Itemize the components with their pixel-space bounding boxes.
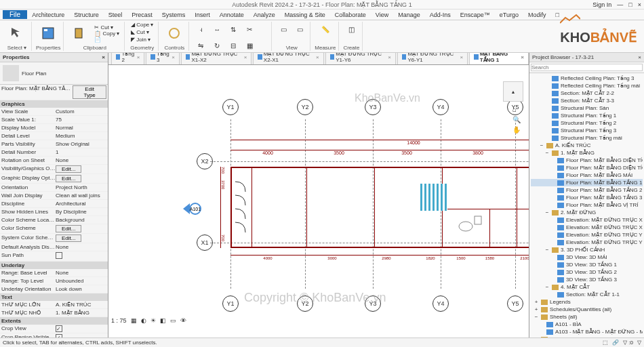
align-btn[interactable]: ⫞: [193, 22, 208, 37]
edit-btn[interactable]: Edit...: [56, 175, 81, 182]
tree-item[interactable]: Elevation: MẶT ĐỨNG TRỤC Y1-Y6: [531, 231, 643, 239]
tree-item[interactable]: Elevation: MẶT ĐỨNG TRỤC X1-X2: [531, 216, 643, 224]
grid-bubble[interactable]: Y4: [432, 99, 449, 115]
dimension[interactable]: 1580: [475, 255, 505, 260]
tree-item[interactable]: Floor Plan: MẶT BẰNG DIỆN TÍCH PHÒI: [531, 157, 643, 164]
tree-item[interactable]: Floor Plan: MẶT BẰNG VỊ TRÍ: [531, 201, 643, 209]
close-tab-icon[interactable]: ×: [244, 54, 247, 60]
offset-btn[interactable]: ⇅: [226, 22, 241, 37]
project-browser[interactable]: Project Browser - 17-3-21× Reflected Cei…: [529, 53, 644, 338]
menu-analyze[interactable]: Analyze: [249, 11, 280, 19]
tree-item[interactable]: −3. 3D PHỐI CẢNH: [531, 246, 643, 253]
array-btn[interactable]: ▦: [242, 38, 257, 53]
tree-item[interactable]: A103 - MẶT BẰNG - MẶT ĐỨNG - MẶT CẮT: [531, 328, 643, 335]
menu-enscape[interactable]: Enscape™: [456, 11, 495, 19]
mirror-btn[interactable]: ⇋: [193, 38, 208, 53]
tree-item[interactable]: Structural Plan: Tầng mái: [531, 134, 643, 142]
copy-btn[interactable]: 📋 Copy ▾: [92, 30, 121, 37]
menu-insert[interactable]: Insert: [190, 11, 215, 19]
tree-item[interactable]: −1. MẶT BẰNG: [531, 149, 643, 157]
view-tab[interactable]: MẶT ĐỨNG TRỤC X1-X2×: [181, 53, 251, 64]
edit-btn[interactable]: Edit...: [56, 225, 81, 232]
props-row[interactable]: Show Hidden LinesBy Discipline: [0, 208, 108, 216]
tree-item[interactable]: Structural Plan: Tầng 2: [531, 119, 643, 127]
props-row[interactable]: System Color SchemesEdit...: [0, 234, 108, 243]
tree-expand-icon[interactable]: −: [544, 150, 550, 156]
trim-btn[interactable]: ✂: [242, 22, 257, 37]
view-btn[interactable]: ▭: [276, 22, 291, 37]
dimension[interactable]: 3000: [305, 255, 359, 260]
edit-btn[interactable]: Edit...: [56, 234, 81, 242]
measure-btn[interactable]: 📏: [318, 22, 333, 37]
props-row[interactable]: DisciplineArchitectural: [0, 200, 108, 208]
menu-massingsite[interactable]: Massing & Site: [280, 11, 330, 19]
tree-item[interactable]: Floor Plan: MẶT BẰNG TẦNG 1: [531, 179, 643, 186]
close-panel-icon[interactable]: ×: [102, 54, 105, 60]
visual-style-icon[interactable]: ◐: [141, 317, 146, 324]
view-tab[interactable]: MẶT ĐỨNG TRỤC Y6-Y1×: [397, 53, 468, 64]
status-icon[interactable]: ⬚: [603, 340, 608, 346]
grid-bubble[interactable]: Y1: [222, 295, 239, 312]
props-row[interactable]: Rotation on SheetNone: [0, 157, 108, 165]
menu-manage[interactable]: Manage: [393, 11, 425, 19]
close-browser-icon[interactable]: ×: [638, 54, 641, 60]
menu-eturgo[interactable]: eTurgo: [495, 11, 523, 19]
hide-icon[interactable]: 👁: [180, 317, 186, 324]
tree-item[interactable]: −Sheets (all): [531, 313, 643, 321]
view-tab[interactable]: MẶT ĐỨNG TRỤC Y1-Y6×: [325, 53, 396, 64]
filter-icon[interactable]: ▽: [637, 340, 641, 346]
geo-cut-btn[interactable]: ◣ Cut ▾: [129, 29, 150, 35]
drawing-viewport[interactable]: Y1Y2Y3Y4Y5Y6 Y1Y2Y3Y4Y5Y6 X2 X1 X2 X1: [108, 65, 529, 325]
view-tab[interactable]: Tầng 3×: [146, 53, 179, 64]
props-row[interactable]: Display ModelNormal: [0, 124, 108, 132]
tree-item[interactable]: Floor Plan: MẶT BẰNG TẦNG 3: [531, 194, 643, 201]
menu-collaborate[interactable]: Collaborate: [330, 11, 371, 19]
tree-item[interactable]: Structural Plan: Tầng 1: [531, 112, 643, 119]
tree-expand-icon[interactable]: −: [544, 209, 550, 216]
menu-architecture[interactable]: Architecture: [27, 11, 69, 19]
modify-tool-btn[interactable]: [5, 22, 28, 45]
dimension[interactable]: 4000: [230, 150, 305, 155]
props-row[interactable]: Visibility/Graphics Over...Edit...: [0, 165, 108, 174]
sun-path-icon[interactable]: ☀: [150, 317, 156, 324]
type-selector[interactable]: Floor Plan: [0, 62, 108, 85]
crop-icon[interactable]: ▭: [170, 317, 176, 324]
tree-item[interactable]: +Legends: [531, 298, 643, 306]
menu-structure[interactable]: Structure: [69, 11, 104, 19]
props-section-text[interactable]: Text: [0, 293, 108, 301]
props-row[interactable]: Graphic Display OptionsEdit...: [0, 174, 108, 184]
tree-item[interactable]: +Schedules/Quantities (all): [531, 306, 643, 313]
cope-btn[interactable]: ◢ Cope ▾: [129, 22, 155, 28]
menu-view[interactable]: View: [371, 11, 393, 19]
props-row[interactable]: Color Scheme LocationBackground: [0, 216, 108, 224]
grid-bubble[interactable]: Y4: [432, 295, 449, 312]
tree-item[interactable]: Section: MẶT CẮT 1-1: [531, 291, 643, 298]
tree-expand-icon[interactable]: +: [534, 299, 539, 305]
tree-item[interactable]: A101 - BÌA: [531, 321, 643, 328]
props-row[interactable]: Scale Value 1:75: [0, 116, 108, 124]
viewcube[interactable]: ▲: [503, 81, 523, 102]
props-row[interactable]: THƯ MỤC LỚNA. KIẾN TRÚC: [0, 301, 108, 309]
tree-item[interactable]: Section: MẶT CẮT 3-3: [531, 97, 643, 104]
dimension[interactable]: 3800: [441, 150, 515, 155]
tree-item[interactable]: Floor Plan: MẶT BẰNG TẦNG 2: [531, 186, 643, 194]
dimension[interactable]: 3600: [515, 150, 529, 155]
create-btn[interactable]: ◫: [344, 22, 359, 37]
scale-display[interactable]: 1 : 75: [111, 317, 127, 324]
props-row[interactable]: Color SchemeEdit...: [0, 224, 108, 234]
dimension[interactable]: 1500: [447, 255, 475, 260]
signin-link[interactable]: Sign In: [592, 1, 611, 8]
props-row[interactable]: Detail LevelMedium: [0, 132, 108, 140]
view-tab[interactable]: MẶT ĐỨNG TRỤC X2-X1×: [253, 53, 323, 64]
tree-expand-icon[interactable]: −: [544, 284, 550, 290]
close-tab-icon[interactable]: ×: [460, 54, 464, 60]
tree-expand-icon[interactable]: +: [534, 306, 539, 312]
dimension[interactable]: 3500: [305, 150, 373, 155]
move-btn[interactable]: ↔: [209, 22, 224, 37]
navbar-pan-icon[interactable]: ✋: [512, 126, 521, 134]
properties-panel[interactable]: Properties× Floor Plan Floor Plan: MẶT B…: [0, 53, 108, 338]
close-btn[interactable]: ×: [638, 1, 641, 8]
tree-expand-icon[interactable]: −: [534, 314, 539, 320]
grid-bubble[interactable]: Y5: [507, 295, 523, 312]
activate-btn[interactable]: [163, 22, 186, 45]
